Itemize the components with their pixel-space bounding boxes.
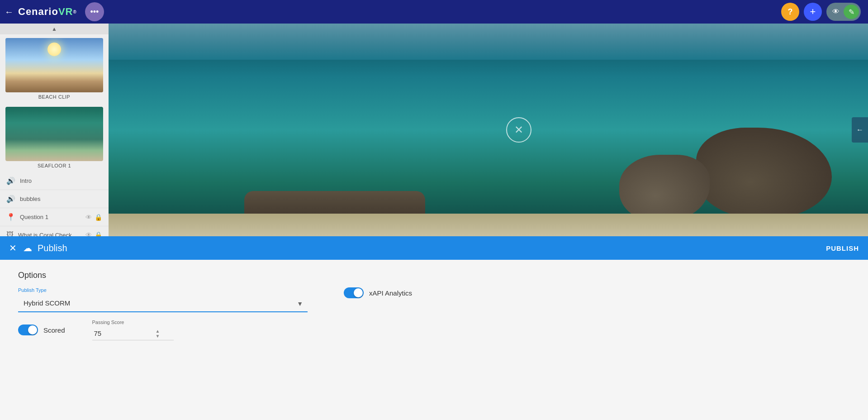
passing-score-input-wrap: 75 ▲ ▼: [92, 327, 174, 340]
scene-thumb-seafloor[interactable]: SEAFLOOR 1: [0, 103, 109, 172]
logo-text: Cenario: [18, 6, 58, 18]
sidebar-item-question1[interactable]: 📍 Question 1 👁 🔒: [0, 208, 109, 226]
help-button[interactable]: ?: [781, 3, 799, 21]
scene-thumb-beach-img: [5, 38, 103, 92]
options-row: Publish Type Hybrid SCORM SCORM 1.2 SCOR…: [18, 287, 850, 340]
seafloor-bottom: [109, 214, 868, 236]
publish-type-field: Publish Type Hybrid SCORM SCORM 1.2 SCOR…: [18, 287, 317, 312]
passing-score-field: Passing Score 75 ▲ ▼: [92, 320, 174, 340]
passing-score-label: Passing Score: [92, 320, 174, 325]
passing-score-input[interactable]: 75: [92, 327, 156, 340]
scene-label-seafloor: SEAFLOOR 1: [0, 161, 109, 172]
add-button[interactable]: +: [804, 3, 822, 21]
arrow-right-icon: ←: [856, 126, 863, 134]
sidebar-item-label-intro: Intro: [20, 177, 32, 184]
sidebar-scroll-up[interactable]: ▲: [0, 24, 109, 34]
nav-target-icon: ✕: [514, 124, 523, 136]
xapi-toggle-group: xAPI Analytics: [344, 287, 412, 298]
options-title: Options: [18, 271, 850, 280]
logo-trademark: ®: [73, 10, 76, 14]
scene-label-beach: BEACH CLIP: [0, 92, 109, 103]
publish-bar: ✕ ☁ Publish PUBLISH: [0, 236, 868, 260]
rock-1: [696, 128, 832, 218]
preview-eye-icon: 👁: [828, 5, 844, 19]
help-icon: ?: [788, 7, 793, 17]
navigation-target[interactable]: ✕: [506, 117, 531, 143]
rock-2: [619, 155, 710, 223]
xapi-label: xAPI Analytics: [369, 289, 412, 297]
publish-type-select-wrapper: Hybrid SCORM SCORM 1.2 SCORM 2004 xAPI H…: [18, 295, 308, 312]
header-right-actions: ? + 👁 ✎: [781, 3, 868, 21]
audio-icon-bubbles: 🔊: [6, 195, 15, 203]
sidebar-item-label-bubbles: bubbles: [20, 196, 41, 202]
options-panel: Options Publish Type Hybrid SCORM SCORM …: [0, 260, 868, 420]
edit-icon: ✎: [844, 5, 859, 19]
lock-icon-question1[interactable]: 🔒: [95, 214, 102, 221]
logo: CenarioVR®: [18, 6, 77, 18]
scored-label: Scored: [43, 326, 65, 334]
menu-dots-icon: •••: [90, 7, 99, 17]
spinner-down-icon[interactable]: ▼: [156, 334, 160, 339]
options-left: Publish Type Hybrid SCORM SCORM 1.2 SCOR…: [18, 287, 317, 340]
scene-thumb-beach[interactable]: BEACH CLIP: [0, 34, 109, 103]
publish-title: Publish: [38, 243, 67, 253]
publish-type-label: Publish Type: [18, 287, 317, 293]
viewport-scene: ✕ ←: [109, 24, 868, 236]
audio-icon-intro: 🔊: [6, 177, 15, 185]
xapi-toggle[interactable]: [344, 287, 364, 298]
menu-button[interactable]: •••: [85, 2, 104, 21]
scored-toggle-group: Scored: [18, 325, 65, 335]
publish-button[interactable]: PUBLISH: [826, 244, 859, 252]
sidebar-item-intro[interactable]: 🔊 Intro: [0, 172, 109, 190]
pin-icon-question1: 📍: [6, 213, 15, 221]
logo-vr: VR: [58, 6, 73, 18]
viewport-arrow-right[interactable]: ←: [852, 117, 868, 143]
scored-toggle[interactable]: [18, 325, 38, 335]
visibility-icon-question1[interactable]: 👁: [85, 214, 92, 221]
scene-thumb-seafloor-img: [5, 107, 103, 161]
publish-type-select[interactable]: Hybrid SCORM SCORM 1.2 SCORM 2004 xAPI H…: [18, 295, 308, 312]
sidebar-item-bubbles[interactable]: 🔊 bubbles: [0, 190, 109, 208]
preview-edit-toggle[interactable]: 👁 ✎: [826, 3, 861, 21]
spinner-up-icon[interactable]: ▲: [156, 329, 160, 334]
passing-score-spinners[interactable]: ▲ ▼: [156, 329, 160, 339]
back-button[interactable]: ←: [0, 0, 18, 24]
options-right: xAPI Analytics: [344, 287, 412, 298]
publish-close-button[interactable]: ✕: [9, 243, 17, 253]
item-actions-question1: 👁 🔒: [85, 214, 102, 221]
water-surface: [109, 24, 868, 60]
cloud-upload-icon: ☁: [23, 243, 32, 253]
add-icon: +: [810, 6, 816, 18]
sidebar-item-label-question1: Question 1: [20, 214, 48, 220]
scored-row: Scored Passing Score 75 ▲ ▼: [18, 320, 317, 340]
main-viewport: ✕ ←: [109, 24, 868, 236]
back-icon: ←: [5, 7, 14, 17]
header: ← CenarioVR® ••• ? + 👁 ✎: [0, 0, 868, 24]
